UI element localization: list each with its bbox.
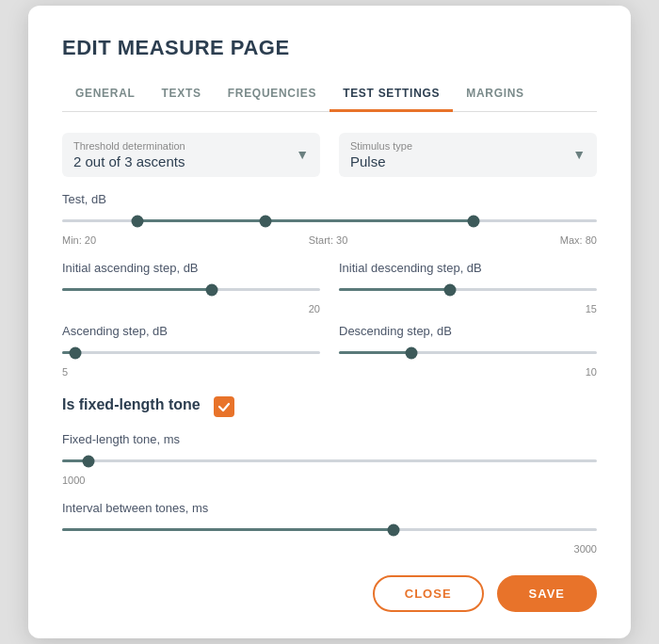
fixed-length-tone-group: Fixed-length tone, ms 1000 — [62, 432, 597, 486]
initial-descending-fill — [339, 288, 450, 291]
stimulus-dropdown-arrow: ▼ — [572, 147, 586, 162]
is-fixed-checkbox[interactable] — [214, 396, 234, 417]
fixed-length-tone-value: 1000 — [62, 475, 597, 486]
interval-between-value: 3000 — [62, 543, 597, 555]
ascending-label: Ascending step, dB — [62, 324, 320, 338]
initial-descending-track — [339, 288, 597, 291]
ascending-group: Ascending step, dB 5 — [62, 324, 320, 378]
initial-descending-slider[interactable] — [339, 281, 597, 299]
test-db-slider[interactable] — [62, 212, 597, 231]
initial-ascending-slider[interactable] — [62, 281, 320, 299]
stimulus-dropdown[interactable]: Stimulus type Pulse ▼ — [339, 133, 597, 177]
interval-between-slider[interactable] — [62, 521, 597, 539]
fixed-length-tone-label: Fixed-length tone, ms — [62, 432, 597, 446]
checkmark-icon — [217, 400, 231, 413]
test-db-group: Test, dB Min: 20 Start: 30 Max: 80 — [62, 192, 597, 246]
test-db-values: Min: 20 Start: 30 Max: 80 — [62, 234, 597, 246]
ascending-value: 5 — [62, 366, 320, 378]
initial-descending-value: 15 — [339, 303, 597, 314]
modal-title: EDIT MEASURE PAGE — [62, 36, 597, 60]
save-button[interactable]: SAVE — [497, 575, 597, 612]
initial-ascending-fill — [62, 288, 212, 291]
test-db-fill — [137, 219, 474, 222]
interval-between-label: Interval between tones, ms — [62, 501, 597, 515]
test-db-thumb-start[interactable] — [259, 215, 271, 227]
ascending-slider[interactable] — [62, 344, 320, 362]
interval-between-fill — [62, 528, 394, 531]
test-db-track — [62, 219, 597, 222]
stimulus-dropdown-label: Stimulus type — [350, 140, 586, 152]
interval-between-track — [62, 528, 597, 531]
descending-thumb[interactable] — [405, 346, 417, 359]
ascending-thumb[interactable] — [69, 346, 81, 359]
initial-ascending-track — [62, 288, 320, 291]
close-button[interactable]: CLOSE — [373, 575, 484, 612]
descending-fill — [339, 351, 411, 354]
initial-ascending-group: Initial ascending step, dB 20 — [62, 261, 320, 314]
fixed-length-tone-thumb[interactable] — [83, 455, 95, 467]
is-fixed-label: Is fixed-length tone — [62, 396, 201, 413]
step-sliders-row1: Initial ascending step, dB 20 Initial de… — [62, 261, 597, 378]
threshold-dropdown-label: Threshold determination — [73, 140, 309, 152]
descending-value: 10 — [339, 366, 597, 378]
fixed-length-tone-track — [62, 459, 597, 462]
tab-bar: GENERAL TEXTS FREQUENCIES TEST SETTINGS … — [62, 77, 597, 112]
tab-margins[interactable]: MARGINS — [453, 77, 538, 112]
test-db-start-label: Start: 30 — [309, 234, 348, 246]
test-db-min-label: Min: 20 — [62, 234, 96, 246]
descending-group: Descending step, dB 10 — [339, 324, 597, 378]
threshold-dropdown-arrow: ▼ — [296, 147, 309, 162]
initial-ascending-value: 20 — [62, 303, 320, 314]
interval-between-thumb[interactable] — [388, 523, 400, 536]
fixed-length-tone-slider[interactable] — [62, 452, 597, 471]
modal-footer: CLOSE SAVE — [62, 575, 597, 612]
descending-label: Descending step, dB — [339, 324, 597, 338]
tab-test-settings[interactable]: TEST SETTINGS — [330, 77, 453, 112]
tab-general[interactable]: GENERAL — [62, 77, 149, 112]
descending-slider[interactable] — [339, 344, 597, 362]
descending-track — [339, 351, 597, 354]
initial-ascending-thumb[interactable] — [205, 283, 217, 296]
initial-descending-thumb[interactable] — [443, 283, 456, 296]
tab-texts[interactable]: TEXTS — [149, 77, 215, 112]
test-db-label: Test, dB — [62, 192, 597, 206]
ascending-track — [62, 351, 320, 354]
initial-ascending-label: Initial ascending step, dB — [62, 261, 320, 275]
dropdowns-row: Threshold determination 2 out of 3 ascen… — [62, 133, 597, 177]
interval-between-group: Interval between tones, ms 3000 — [62, 501, 597, 555]
stimulus-dropdown-value: Pulse — [350, 153, 586, 169]
is-fixed-row: Is fixed-length tone — [62, 396, 597, 417]
test-db-thumb-max[interactable] — [468, 215, 480, 227]
edit-modal: EDIT MEASURE PAGE GENERAL TEXTS FREQUENC… — [28, 6, 631, 638]
initial-descending-label: Initial descending step, dB — [339, 261, 597, 275]
test-db-thumb-min[interactable] — [131, 215, 143, 227]
tab-frequencies[interactable]: FREQUENCIES — [215, 77, 330, 112]
test-db-max-label: Max: 80 — [560, 234, 597, 246]
settings-content: Threshold determination 2 out of 3 ascen… — [62, 133, 597, 555]
threshold-dropdown[interactable]: Threshold determination 2 out of 3 ascen… — [62, 133, 320, 177]
threshold-dropdown-value: 2 out of 3 ascents — [73, 153, 309, 169]
initial-descending-group: Initial descending step, dB 15 — [339, 261, 597, 314]
